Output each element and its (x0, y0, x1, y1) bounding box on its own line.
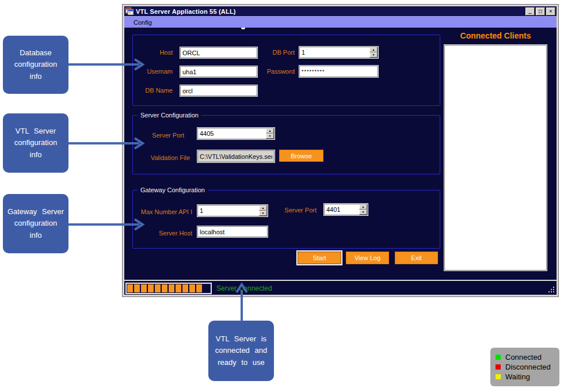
menu-bar: Config (124, 16, 557, 28)
validation-file-input[interactable] (197, 150, 275, 162)
password-input[interactable] (299, 66, 378, 77)
callout-gateway-config: Gateway Server configuration info (3, 194, 68, 253)
legend-label: Waiting (505, 372, 530, 381)
server-port-input[interactable] (198, 128, 266, 139)
gateway-server-port-stepper: ▲ ▼ (324, 204, 368, 215)
spin-down-icon[interactable]: ▼ (266, 134, 274, 139)
spin-up-icon[interactable]: ▲ (259, 205, 267, 211)
legend-label: Disconnected (505, 363, 551, 371)
progress-block (127, 284, 133, 292)
callout-server-connected: VTL Server is connected and ready to use (208, 321, 274, 381)
spin-down-icon[interactable]: ▼ (359, 210, 367, 215)
legend-item-disconnected: Disconnected (496, 362, 554, 372)
server-port-label: Server Port (138, 132, 184, 139)
callout-database-config: Database configuration info (3, 36, 68, 94)
db-name-input[interactable] (180, 85, 257, 96)
legend-label: Connected (505, 353, 542, 361)
status-bar: Server Connected (124, 280, 557, 295)
spin-down-icon[interactable]: ▼ (369, 52, 378, 58)
gateway-server-host-label: Server Host (140, 230, 192, 237)
gateway-port-spin-buttons: ▲ ▼ (359, 204, 367, 215)
callout-vtl-text: VTL Server configuration info (6, 125, 65, 160)
legend-item-connected: Connected (496, 352, 554, 362)
db-port-label: DB Port (257, 49, 295, 56)
host-label: Host (136, 49, 173, 56)
legend-item-waiting: Waiting (496, 372, 554, 382)
exit-button[interactable]: Exit (395, 252, 438, 264)
gateway-server-port-input[interactable] (325, 204, 359, 215)
spin-down-icon[interactable]: ▼ (259, 211, 267, 216)
db-port-input[interactable] (300, 47, 369, 58)
resize-grip-icon[interactable] (548, 286, 555, 293)
max-api-input[interactable] (198, 205, 259, 216)
minimize-button[interactable]: _ (525, 7, 535, 16)
progress-block (134, 284, 140, 292)
max-api-label: Max Number API I (135, 208, 192, 215)
progress-block (182, 284, 188, 292)
max-api-stepper: ▲ ▼ (197, 205, 268, 216)
maximize-button[interactable]: □ (536, 7, 545, 16)
client-area: Host DB Port ▲ ▼ Usernam Password DB Nam… (124, 28, 557, 280)
validation-file-label: Validation File (138, 154, 190, 161)
gateway-configuration-group: Gateway Configuration (132, 190, 440, 249)
progress-block (169, 284, 174, 292)
progress-bar (125, 283, 212, 294)
title-bar[interactable]: VTL Server Appliaction 55 (ALL) _ □ ✕ (124, 6, 557, 16)
window-title: VTL Server Appliaction 55 (ALL) (136, 8, 524, 15)
waiting-status-icon (496, 374, 501, 379)
server-status-text: Server Connected (216, 284, 272, 292)
callout-bottom-text: VTL Server is connected and ready to use (212, 333, 270, 368)
connected-clients-title: Connected Clients (444, 31, 547, 40)
spin-up-icon[interactable]: ▲ (266, 128, 274, 134)
gateway-server-port-label: Server Port (279, 207, 317, 214)
connected-status-icon (496, 355, 501, 360)
db-port-stepper: ▲ ▼ (299, 47, 378, 58)
username-input[interactable] (180, 66, 257, 77)
screenshot-canvas: Database configuration info VTL Server c… (0, 0, 564, 392)
progress-block (196, 284, 202, 292)
username-label: Usernam (136, 68, 173, 75)
callout-vtl-server-config: VTL Server configuration info (3, 113, 68, 173)
menu-config[interactable]: Config (129, 18, 157, 27)
connected-clients-listbox[interactable] (444, 45, 547, 271)
vtl-server-window: VTL Server Appliaction 55 (ALL) _ □ ✕ Co… (123, 5, 558, 296)
server-port-stepper: ▲ ▼ (197, 128, 275, 139)
db-name-label: DB Name (136, 87, 173, 94)
server-port-spin-buttons: ▲ ▼ (266, 128, 274, 139)
host-input[interactable] (180, 47, 257, 58)
clipped-group-title-artifact (241, 28, 245, 29)
password-label: Password (257, 68, 295, 75)
server-configuration-title: Server Configuration (138, 112, 201, 119)
max-api-spin-buttons: ▲ ▼ (259, 205, 267, 216)
db-port-spin-buttons: ▲ ▼ (369, 47, 378, 58)
callout-gateway-text: Gateway Server configuration info (6, 206, 65, 241)
spin-up-icon[interactable]: ▲ (359, 204, 367, 210)
view-log-button[interactable]: View Log (346, 252, 389, 264)
progress-block (189, 284, 195, 292)
progress-block (176, 284, 181, 292)
progress-block (162, 284, 167, 292)
disconnected-status-icon (496, 364, 501, 370)
progress-block (141, 284, 147, 292)
server-configuration-group: Server Configuration (132, 115, 440, 174)
close-button[interactable]: ✕ (546, 7, 555, 16)
start-button-frame: Start (296, 250, 342, 265)
browse-button[interactable]: Browse (279, 150, 323, 162)
callout-database-text: Database configuration info (6, 47, 65, 82)
status-legend: Connected Disconnected Waiting (490, 348, 559, 386)
app-icon (125, 7, 134, 15)
start-button[interactable]: Start (298, 252, 341, 264)
gateway-configuration-title: Gateway Configuration (138, 187, 208, 193)
progress-block (148, 284, 154, 292)
gateway-server-host-input[interactable] (197, 226, 268, 237)
spin-up-icon[interactable]: ▲ (369, 47, 378, 52)
progress-block (155, 284, 161, 292)
